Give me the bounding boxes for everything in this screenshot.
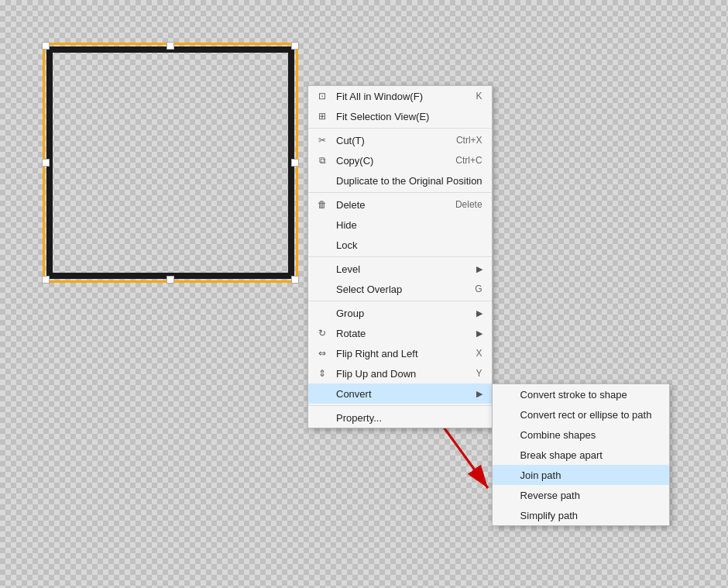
menu-flip-up-down[interactable]: ⇕ Flip Up and Down Y <box>308 363 492 383</box>
menu-rotate[interactable]: ↻ Rotate ▶ <box>308 323 492 343</box>
handle-bottom-mid[interactable] <box>167 276 174 284</box>
menu-lock-label: Lock <box>336 239 357 251</box>
copy-icon: ⧉ <box>314 153 330 168</box>
menu-break-shape-label: Break shape apart <box>520 449 603 461</box>
fit-selection-icon: ⊞ <box>314 108 330 124</box>
menu-join-path-label: Join path <box>520 469 561 481</box>
menu-flip-right-left-label: Flip Right and Left <box>336 348 418 359</box>
menu-cut-shortcut: Ctrl+X <box>433 135 482 146</box>
menu-cut[interactable]: ✂ Cut(T) Ctrl+X <box>308 130 492 150</box>
menu-join-path[interactable]: Join path <box>493 465 669 485</box>
handle-top-right[interactable] <box>291 42 299 50</box>
separator-4 <box>308 301 492 301</box>
menu-fit-all[interactable]: ⊡ Fit All in Window(F) K <box>308 86 492 106</box>
menu-hide[interactable]: Hide <box>308 215 492 235</box>
menu-combine-shapes[interactable]: Combine shapes <box>493 425 669 445</box>
menu-level[interactable]: Level ▶ <box>308 259 492 279</box>
separator-5 <box>308 405 492 406</box>
menu-convert[interactable]: Convert ▶ Convert stroke to shape Conver… <box>308 383 492 404</box>
menu-flip-right-left[interactable]: ⇔ Flip Right and Left X <box>308 343 492 363</box>
separator-2 <box>308 192 492 193</box>
menu-simplify-path-label: Simplify path <box>520 510 578 521</box>
menu-duplicate[interactable]: Duplicate to the Original Position <box>308 170 492 191</box>
menu-copy-label: Copy(C) <box>336 155 373 167</box>
menu-combine-shapes-label: Combine shapes <box>520 429 596 441</box>
menu-property[interactable]: Property... <box>308 407 492 428</box>
menu-level-label: Level <box>336 263 360 275</box>
shape-container <box>31 31 310 294</box>
delete-icon: 🗑 <box>314 197 330 212</box>
menu-group[interactable]: Group ▶ <box>308 303 492 323</box>
handle-top-mid[interactable] <box>167 42 174 50</box>
submenu-arrow-convert: ▶ <box>476 389 482 399</box>
menu-break-shape[interactable]: Break shape apart <box>493 445 669 465</box>
cut-icon: ✂ <box>314 132 330 148</box>
menu-property-label: Property... <box>336 412 382 424</box>
menu-flip-up-down-label: Flip Up and Down <box>336 368 416 380</box>
handle-bottom-right[interactable] <box>291 276 299 284</box>
fit-all-icon: ⊡ <box>314 88 330 104</box>
menu-delete[interactable]: 🗑 Delete Delete <box>308 194 492 215</box>
convert-submenu: Convert stroke to shape Convert rect or … <box>492 383 670 526</box>
menu-hide-label: Hide <box>336 219 357 231</box>
menu-convert-rect-label: Convert rect or ellipse to path <box>520 409 652 421</box>
menu-duplicate-label: Duplicate to the Original Position <box>336 175 482 187</box>
handle-bottom-left[interactable] <box>42 276 50 284</box>
separator-1 <box>308 128 492 129</box>
handle-top-left[interactable] <box>42 42 50 50</box>
menu-copy[interactable]: ⧉ Copy(C) Ctrl+C <box>308 150 492 170</box>
menu-select-overlap-shortcut: G <box>452 284 482 294</box>
menu-reverse-path[interactable]: Reverse path <box>493 485 669 505</box>
menu-select-overlap[interactable]: Select Overlap G <box>308 279 492 299</box>
menu-group-label: Group <box>336 308 364 319</box>
menu-flip-up-down-shortcut: Y <box>453 368 482 379</box>
menu-fit-selection-label: Fit Selection View(E) <box>336 111 429 122</box>
menu-reverse-path-label: Reverse path <box>520 490 580 501</box>
submenu-arrow-group: ▶ <box>476 308 482 318</box>
menu-copy-shortcut: Ctrl+C <box>432 155 482 166</box>
menu-select-overlap-label: Select Overlap <box>336 284 402 295</box>
submenu-arrow-level: ▶ <box>476 264 482 274</box>
menu-convert-label: Convert <box>336 388 372 400</box>
menu-convert-rect[interactable]: Convert rect or ellipse to path <box>493 404 669 425</box>
rotate-icon: ↻ <box>314 325 330 341</box>
handle-mid-left[interactable] <box>42 159 50 167</box>
flip-v-icon: ⇕ <box>314 366 330 381</box>
menu-convert-stroke-label: Convert stroke to shape <box>520 389 627 401</box>
menu-fit-all-shortcut: K <box>453 91 482 101</box>
menu-lock[interactable]: Lock <box>308 235 492 255</box>
flip-h-icon: ⇔ <box>314 346 330 361</box>
menu-rotate-label: Rotate <box>336 328 366 339</box>
menu-cut-label: Cut(T) <box>336 135 365 146</box>
handle-mid-right[interactable] <box>291 159 299 167</box>
menu-delete-shortcut: Delete <box>432 199 482 210</box>
context-menu: ⊡ Fit All in Window(F) K ⊞ Fit Selection… <box>307 85 493 428</box>
menu-convert-stroke[interactable]: Convert stroke to shape <box>493 384 669 404</box>
menu-delete-label: Delete <box>336 199 366 211</box>
menu-fit-selection[interactable]: ⊞ Fit Selection View(E) <box>308 106 492 126</box>
menu-simplify-path[interactable]: Simplify path <box>493 505 669 525</box>
submenu-arrow-rotate: ▶ <box>476 328 482 339</box>
menu-flip-right-left-shortcut: X <box>453 348 482 359</box>
canvas-rectangle <box>46 46 294 279</box>
separator-3 <box>308 256 492 257</box>
menu-fit-all-label: Fit All in Window(F) <box>336 91 423 102</box>
